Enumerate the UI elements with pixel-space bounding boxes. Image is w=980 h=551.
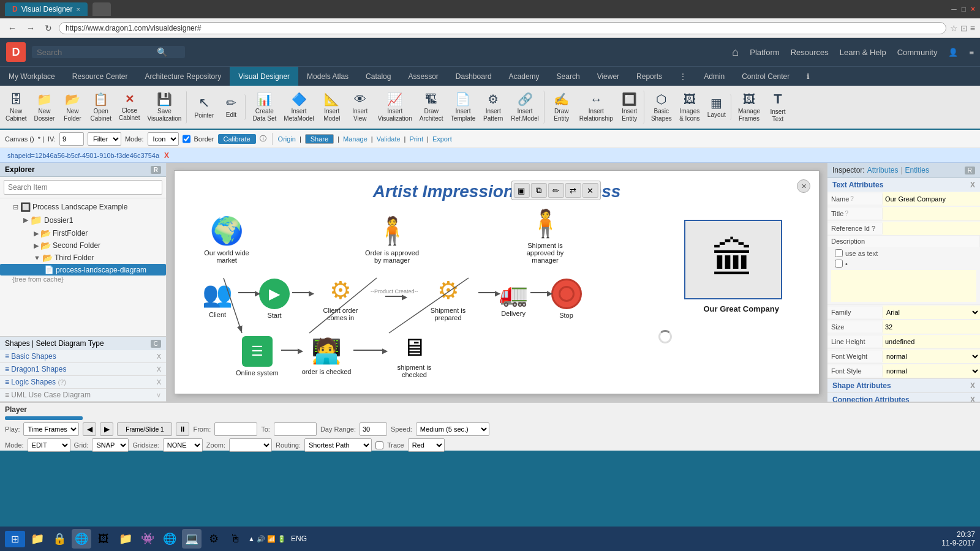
menu-resource-center[interactable]: Resource Center [64,67,137,86]
ribbon-btn-draw-entity[interactable]: ✍ DrawEntity [548,91,575,124]
fontstyle-select[interactable]: normal italic [883,364,980,378]
calibrate-btn[interactable]: Calibrate [218,134,256,144]
ribbon-btn-insert-pattern[interactable]: ⚙ InsertPattern [480,91,507,124]
nav-forward-btn[interactable]: → [23,22,38,34]
to-input[interactable] [274,422,317,436]
tree-node-thirdfolder[interactable]: ▼ 📂 Third Folder [0,252,166,264]
shape-attributes-header[interactable]: Shape Attributes X [827,379,980,392]
extension-icon[interactable]: ⊡ [960,23,968,33]
inspector-entities-link[interactable]: Entities [905,166,929,174]
routing-select[interactable]: Shortest Path [304,438,372,452]
validate-btn[interactable]: Validate [377,135,401,143]
mode-select2[interactable]: EDIT [28,438,70,452]
player-pause-btn[interactable]: ⏸ [176,422,189,436]
ribbon-btn-open-cabinet[interactable]: 📋 OpenCabinet [87,91,114,124]
uml-shapes-header[interactable]: ≡ UML Use Case Diagram ∨ [0,389,166,401]
app-logo[interactable]: D [6,42,26,62]
ribbon-btn-insert-entity[interactable]: 🔲 InsertEntity [617,91,644,124]
shape-clientorder[interactable]: ⚙ Client order comes in [313,276,368,321]
taskbar-icon-cursor[interactable]: 🖱 [226,529,246,549]
ribbon-btn-close-cabinet[interactable]: ✕ CloseCabinet [116,91,143,123]
shape-delivery[interactable]: 🚛 Delivery [499,280,528,317]
menu-visual-designer[interactable]: Visual Designer [230,67,298,86]
menu-assessor[interactable]: Assessor [399,67,447,86]
basic-shapes-header[interactable]: ≡ Basic Shapes X [0,350,166,362]
ribbon-btn-images-icons[interactable]: 🖼 Images& Icons [676,91,703,124]
browser-tab[interactable]: D Visual Designer × [5,2,88,16]
explorer-r-btn[interactable]: R [151,166,161,174]
manage-btn[interactable]: Manage [343,135,368,143]
shape-person2[interactable]: 🧍 Shipment is approved by manager [518,208,573,264]
shapes-panel-header[interactable]: Shapes | Select Diagram Type C [0,337,166,350]
shape-client[interactable]: 👥 Client [199,280,236,318]
cft-edit-btn[interactable]: ✏ [548,183,564,198]
taskbar-icon-gear[interactable]: ⚙ [204,529,224,549]
menu-catalog[interactable]: Catalog [357,67,399,86]
info-icon[interactable]: ⓘ [260,134,266,143]
ribbon-btn-new-cabinet[interactable]: 🗄 NewCabinet [2,91,29,124]
tree-node-dossier1[interactable]: ▶ 📁 Dossier1 [0,213,166,227]
shape-shipmentprep[interactable]: ⚙ Shipment is prepared [421,276,476,321]
bookmark-icon[interactable]: ☆ [950,23,958,33]
tree-node-secondfolder[interactable]: ▶ 📂 Second Folder [0,239,166,252]
description-textarea[interactable] [831,270,976,302]
taskbar-icon-laptop[interactable]: 💻 [182,529,202,549]
menu-icon[interactable]: ≡ [970,23,975,33]
time-frames-select[interactable]: Time Frames [23,422,79,436]
menu-reports[interactable]: Reports [628,67,671,86]
canvas-inner[interactable]: ▣ ⧉ ✏ ⇄ ✕ Artist Impression of a Process… [174,170,820,394]
ribbon-btn-save[interactable]: 💾 SaveVisualization [144,91,187,124]
tree-node-root[interactable]: ⊟ 🔲 Process Landscape Example [0,201,166,213]
cft-delete-btn[interactable]: ✕ [582,183,598,198]
gridsize-select[interactable]: NONE [163,438,203,452]
taskbar-icon-lock[interactable]: 🔒 [50,529,69,549]
close-window-btn[interactable]: × [971,5,975,13]
basic-shapes-close[interactable]: X [157,353,161,360]
menu-search[interactable]: Search [548,67,589,86]
nav-community[interactable]: Community [897,48,938,57]
grid-select[interactable]: SNAP [92,438,129,452]
header-home-icon[interactable]: ⌂ [732,46,739,59]
taskbar-icon-images[interactable]: 🖼 [94,529,113,549]
logic-shapes-header[interactable]: ≡ Logic Shapes (?) X [0,376,166,388]
shape-shipmentchecked[interactable]: 🖥 shipment is checked [386,334,442,378]
ribbon-btn-manage-frames[interactable]: 🖼 ManageFrames [735,91,763,124]
canvas-area[interactable]: ▣ ⧉ ✏ ⇄ ✕ Artist Impression of a Process… [167,163,827,402]
ribbon-btn-pointer[interactable]: ↖ Pointer [190,94,217,121]
taskbar-icon-files[interactable]: 📁 [28,529,47,549]
ribbon-btn-edit[interactable]: ✏ Edit [219,94,246,120]
nav-hamburger[interactable]: ≡ [969,48,974,57]
lineheight-input[interactable] [883,335,980,348]
inspector-r-btn[interactable]: R [965,167,975,174]
menu-info[interactable]: ℹ [798,67,818,86]
size-input[interactable] [883,320,980,334]
border-checkbox[interactable] [183,132,190,146]
title-q-icon[interactable]: ? [845,210,848,217]
mode-select[interactable]: Icon [148,132,179,146]
nav-user-icon[interactable]: 👤 [948,48,958,57]
title-input[interactable] [883,207,980,220]
menu-more[interactable]: ⋮ [671,67,695,86]
taskbar-start-btn[interactable]: ⊞ [5,531,25,547]
ribbon-btn-insert-model[interactable]: 📐 InsertModel [318,91,345,124]
logic-shapes-close[interactable]: X [157,378,161,386]
menu-control-center[interactable]: Control Center [733,67,798,86]
ribbon-btn-basic-shapes[interactable]: ⬡ BasicShapes [648,91,675,124]
from-input[interactable] [214,422,257,436]
shape-online[interactable]: ☰ Online system [236,336,279,377]
ribbon-btn-layout[interactable]: ▦ Layout [704,94,731,120]
menu-viewer[interactable]: Viewer [589,67,628,86]
shape-attributes-close[interactable]: X [970,381,975,390]
inspector-attributes-link[interactable]: Attributes [867,166,899,174]
menu-dashboard[interactable]: Dashboard [447,67,500,86]
shape-globe[interactable]: 🌍 Our world wide market [199,215,254,264]
shape-start[interactable]: ▶ Start [259,279,290,319]
uml-shapes-close[interactable]: ∨ [156,391,161,399]
taskbar-icon-globe[interactable]: 🌐 [160,529,179,549]
minimize-btn[interactable]: ─ [951,5,957,13]
share-btn[interactable]: Share [305,134,334,144]
diagram-close-btn[interactable]: ✕ [797,179,810,193]
cft-select-btn[interactable]: ▣ [513,183,529,198]
shape-stop[interactable]: Stop [551,279,582,319]
player-next-btn[interactable]: ▶ [100,422,113,436]
